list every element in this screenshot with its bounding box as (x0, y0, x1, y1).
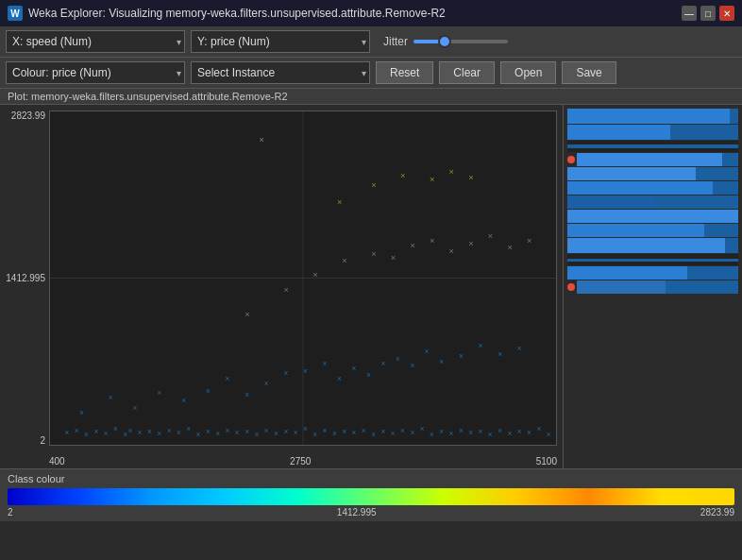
svg-text:×: × (517, 428, 522, 436)
svg-text:×: × (274, 430, 278, 438)
side-bar-row-6 (567, 181, 738, 195)
svg-text:×: × (366, 371, 371, 380)
svg-text:×: × (312, 431, 317, 439)
svg-text:×: × (449, 246, 454, 256)
instance-dropdown[interactable]: Select Instance (191, 61, 370, 84)
svg-text:×: × (186, 425, 191, 433)
svg-text:×: × (167, 427, 172, 435)
svg-text:×: × (133, 404, 138, 413)
y-min-label: 2 (40, 435, 45, 446)
svg-text:×: × (488, 231, 493, 241)
colour-bar-min: 2 (8, 507, 13, 518)
side-bar-red-dot-row1 (567, 153, 738, 166)
svg-text:×: × (380, 428, 385, 436)
svg-text:×: × (468, 239, 473, 248)
svg-text:×: × (323, 427, 328, 435)
side-bar-row-3 (567, 141, 738, 152)
colour-dropdown-wrapper: Colour: price (Num) (6, 61, 185, 84)
svg-text:×: × (177, 429, 181, 437)
side-bar-row-5 (567, 167, 738, 180)
jitter-label: Jitter (383, 35, 408, 48)
svg-text:×: × (337, 374, 342, 382)
colour-bar-max: 2823.99 (700, 507, 734, 518)
svg-text:×: × (138, 429, 143, 437)
svg-text:×: × (527, 236, 531, 246)
svg-text:×: × (430, 431, 434, 439)
svg-text:×: × (410, 241, 414, 250)
svg-text:×: × (410, 362, 414, 370)
svg-text:×: × (468, 173, 473, 182)
jitter-slider[interactable] (413, 40, 508, 43)
colour-dropdown[interactable]: Colour: price (Num) (6, 61, 185, 84)
scatter-container: 2823.99 1412.995 2 × × × × × × × × (0, 105, 563, 468)
toolbar-row2: Colour: price (Num) Select Instance Rese… (0, 58, 742, 89)
svg-text:×: × (245, 310, 249, 319)
svg-text:×: × (430, 236, 434, 246)
title-bar-left: W Weka Explorer: Visualizing memory-weka… (8, 6, 446, 21)
open-button[interactable]: Open (500, 61, 556, 84)
colour-bar-mid: 1412.995 (337, 507, 377, 518)
y-dropdown[interactable]: Y: price (Num) (191, 30, 370, 53)
svg-text:×: × (517, 345, 522, 353)
side-bar-row-7 (567, 195, 738, 209)
reset-button[interactable]: Reset (376, 61, 433, 84)
svg-text:×: × (104, 430, 109, 438)
title-bar: W Weka Explorer: Visualizing memory-weka… (0, 0, 742, 26)
svg-text:×: × (391, 430, 396, 438)
svg-text:×: × (371, 249, 376, 259)
svg-text:×: × (235, 429, 240, 437)
svg-text:×: × (459, 352, 464, 361)
svg-text:×: × (260, 135, 264, 144)
svg-text:×: × (430, 175, 434, 184)
colour-bar (8, 488, 734, 505)
y-max-label: 2823.99 (11, 110, 45, 121)
main-area: 2823.99 1412.995 2 × × × × × × × × (0, 105, 742, 468)
svg-text:×: × (79, 409, 84, 417)
side-bar-row-2 (567, 125, 738, 140)
svg-text:×: × (488, 431, 493, 439)
side-panel (563, 105, 742, 468)
svg-text:×: × (323, 360, 328, 368)
svg-text:×: × (371, 180, 376, 190)
side-bar-row-12 (567, 266, 738, 280)
svg-text:×: × (527, 429, 531, 437)
svg-text:×: × (245, 391, 249, 399)
x-dropdown-wrapper: X: speed (Num) (6, 30, 185, 53)
side-bar-red-dot-row2 (567, 280, 738, 294)
save-button[interactable]: Save (562, 61, 616, 84)
weka-icon: W (8, 6, 23, 21)
svg-text:×: × (479, 342, 483, 350)
svg-text:×: × (439, 358, 444, 366)
svg-text:×: × (93, 428, 98, 436)
clear-button[interactable]: Clear (439, 61, 495, 84)
x-dropdown[interactable]: X: speed (Num) (6, 30, 185, 53)
x-axis-labels: 400 2750 5100 (49, 456, 557, 467)
svg-text:×: × (342, 428, 346, 436)
plot-title: Plot: memory-weka.filters.unsupervised.a… (8, 91, 288, 102)
svg-text:×: × (439, 428, 444, 436)
window-controls: — □ ✕ (682, 6, 734, 21)
svg-text:×: × (264, 380, 269, 388)
svg-text:×: × (396, 355, 400, 364)
y-dropdown-wrapper: Y: price (Num) (191, 30, 370, 53)
svg-text:×: × (312, 270, 317, 280)
svg-text:×: × (294, 429, 298, 437)
svg-text:×: × (468, 429, 473, 437)
svg-text:×: × (362, 427, 366, 435)
svg-text:×: × (420, 425, 425, 433)
svg-text:×: × (245, 428, 249, 436)
svg-text:×: × (410, 429, 414, 437)
window-title: Weka Explorer: Visualizing memory-weka.f… (28, 7, 446, 20)
maximize-button[interactable]: □ (700, 6, 716, 21)
close-button[interactable]: ✕ (719, 6, 734, 21)
plot-label: Plot: memory-weka.filters.unsupervised.a… (0, 89, 742, 105)
minimize-button[interactable]: — (682, 6, 697, 21)
svg-text:×: × (352, 365, 357, 373)
svg-text:×: × (264, 427, 269, 435)
svg-text:×: × (352, 429, 357, 437)
svg-text:×: × (254, 431, 259, 439)
svg-text:×: × (181, 397, 186, 405)
svg-text:×: × (425, 348, 430, 356)
y-axis-labels: 2823.99 1412.995 2 (4, 110, 49, 446)
red-dot-2 (567, 283, 575, 291)
